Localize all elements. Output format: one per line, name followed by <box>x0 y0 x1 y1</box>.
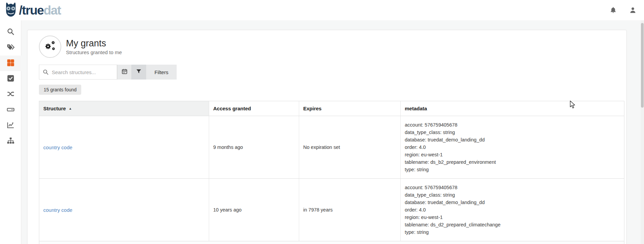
search-input-icon <box>43 69 49 75</box>
page-titles: My grants Structures granted to me <box>66 38 122 55</box>
sidebar-item-tags[interactable] <box>0 40 21 56</box>
sitemap-icon <box>7 137 15 146</box>
sidebar-item-quality[interactable] <box>0 118 21 133</box>
page-title: My grants <box>66 38 122 49</box>
user-profile-icon[interactable] <box>629 6 637 14</box>
column-header-metadata[interactable]: metadata <box>401 101 624 116</box>
logo-wordmark: /truedat <box>19 4 61 17</box>
grid-icon <box>7 59 15 68</box>
hard-drive-icon <box>7 106 15 115</box>
page-subtitle: Structures granted to me <box>66 49 122 55</box>
calendar-icon <box>121 68 128 76</box>
table-header-row: Structure ▲ Access granted Expires metad… <box>39 101 624 116</box>
vertical-scrollbar-thumb[interactable] <box>641 23 644 108</box>
filters-button-label: Filters <box>155 69 169 75</box>
table-row-partial <box>39 241 624 244</box>
grants-avatar <box>39 36 61 58</box>
metadata-line: type: string <box>405 166 429 173</box>
metadata-line: account: 576759405678 <box>405 121 458 129</box>
table-row: country code 9 months ago No expiration … <box>39 116 624 179</box>
topbar-actions <box>609 6 640 14</box>
sidebar-item-sources[interactable] <box>0 102 21 118</box>
sidebar-item-search[interactable] <box>0 24 21 40</box>
metadata-line: database: truedat_demo_landing_dd <box>405 199 485 206</box>
structure-cell: country code <box>39 116 209 178</box>
metadata-line: data_type_class: string <box>405 191 455 199</box>
owl-logo-icon <box>3 2 18 19</box>
column-label: Expires <box>303 106 321 111</box>
notifications-bell-icon[interactable] <box>609 6 617 14</box>
metadata-line: order: 4.0 <box>405 206 426 214</box>
expires-cell: No expiration set <box>299 116 401 178</box>
sidebar-item-sitemap[interactable] <box>0 133 21 149</box>
sidebar-item-structures[interactable] <box>0 56 21 71</box>
access-granted-cell: 10 years ago <box>209 179 299 241</box>
vertical-scrollbar-track[interactable] <box>641 20 644 244</box>
funnel-icon <box>136 68 142 76</box>
filters-button[interactable]: Filters <box>146 65 177 80</box>
line-chart-icon <box>7 121 15 130</box>
tags-icon <box>7 43 15 52</box>
structure-link[interactable]: country code <box>43 145 72 150</box>
page-header: My grants Structures granted to me <box>39 36 626 58</box>
sidebar-nav <box>0 20 21 244</box>
metadata-line: data_type_class: string <box>405 129 455 136</box>
filter-icon-button[interactable] <box>131 65 146 80</box>
logo-text-secondary: dat <box>44 3 61 17</box>
metadata-line: type: string <box>405 228 429 236</box>
metadata-line: tablename: ds_b2_prepared_environment <box>405 158 496 166</box>
search-icon <box>7 28 15 37</box>
app-shell: My grants Structures granted to me <box>0 20 644 244</box>
metadata-line: account: 576759405678 <box>405 184 458 191</box>
metadata-cell: account: 576759405678 data_type_class: s… <box>401 179 624 241</box>
main-content: My grants Structures granted to me <box>21 20 644 244</box>
column-label: Access granted <box>213 106 251 111</box>
truedat-logo[interactable]: /truedat <box>3 2 61 19</box>
metadata-cell: account: 576759405678 data_type_class: s… <box>401 116 624 178</box>
metadata-line: tablename: ds_d2_prepared_climatechange <box>405 221 501 228</box>
metadata-line: database: truedat_demo_landing_dd <box>405 136 485 143</box>
grants-card: My grants Structures granted to me <box>27 30 627 244</box>
structure-cell: country code <box>39 179 209 241</box>
metadata-line: order: 4.0 <box>405 143 426 151</box>
column-header-expires[interactable]: Expires <box>299 101 401 116</box>
column-header-structure[interactable]: Structure ▲ <box>39 101 209 116</box>
logo-text-primary: /true <box>19 3 44 17</box>
structure-link[interactable]: country code <box>43 207 72 213</box>
column-header-access-granted[interactable]: Access granted <box>209 101 299 116</box>
sort-asc-icon: ▲ <box>69 107 72 110</box>
search-toolbar: Filters <box>39 65 626 80</box>
top-bar: /truedat <box>0 0 644 20</box>
metadata-line: region: eu-west-1 <box>405 151 443 158</box>
search-input[interactable] <box>52 69 114 75</box>
table-row: country code 10 years ago in 7978 years … <box>39 179 624 241</box>
column-label: Structure <box>43 106 66 111</box>
metadata-line: region: eu-west-1 <box>405 214 443 221</box>
grants-table: Structure ▲ Access granted Expires metad… <box>39 101 624 244</box>
access-granted-cell: 9 months ago <box>209 116 299 178</box>
expires-cell: in 7978 years <box>299 179 401 241</box>
grants-count-badge: 15 grants found <box>39 85 81 95</box>
check-square-icon <box>7 74 15 84</box>
gears-icon <box>43 40 57 53</box>
sidebar-item-tasks[interactable] <box>0 71 21 87</box>
shuffle-icon <box>7 90 15 99</box>
column-label: metadata <box>405 106 427 111</box>
search-box <box>39 65 117 80</box>
date-filter-button[interactable] <box>117 65 131 80</box>
sidebar-item-lineage[interactable] <box>0 87 21 102</box>
